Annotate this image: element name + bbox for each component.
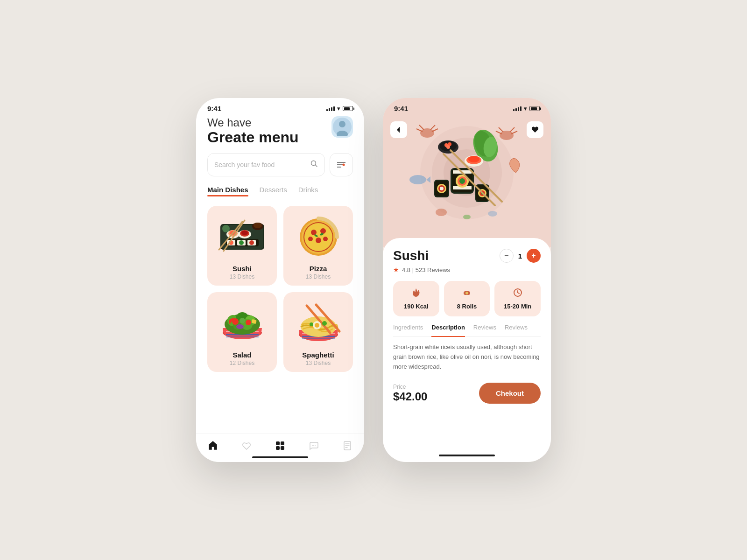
tab-ingredients[interactable]: Ingredients [393, 324, 423, 334]
detail-phone: 9:41 ▾ [383, 98, 551, 462]
svg-point-85 [500, 131, 514, 140]
svg-point-27 [254, 223, 262, 228]
nav-favorites[interactable] [241, 441, 252, 451]
quantity-control: − 1 + [500, 249, 541, 263]
home-indicator [252, 456, 308, 458]
tab-desserts[interactable]: Desserts [260, 186, 287, 196]
svg-point-23 [249, 240, 254, 245]
svg-point-16 [241, 231, 248, 235]
nav-orders[interactable] [342, 441, 352, 451]
food-card-salad[interactable]: Salad 12 Dishes [207, 292, 277, 372]
salad-dishes: 12 Dishes [230, 360, 254, 366]
pizza-image [290, 213, 346, 260]
filter-button[interactable] [330, 153, 353, 176]
svg-line-82 [419, 125, 424, 130]
svg-point-36 [308, 237, 313, 241]
checkout-button[interactable]: Chekout [479, 383, 541, 404]
food-hero-image [383, 98, 551, 247]
spaghetti-dishes: 13 Dishes [306, 360, 331, 366]
svg-point-119 [468, 156, 479, 162]
rolls-icon [462, 287, 472, 300]
svg-line-4 [316, 165, 317, 167]
flame-icon [411, 287, 421, 300]
time-value: 15-20 Min [504, 303, 531, 310]
svg-point-90 [409, 175, 426, 184]
tab-main-dishes[interactable]: Main Dishes [207, 186, 248, 196]
svg-point-28 [222, 225, 230, 232]
back-button[interactable] [390, 121, 407, 138]
svg-line-84 [430, 125, 435, 130]
svg-point-65 [310, 322, 313, 326]
info-card-calories: 190 Kcal [393, 281, 439, 316]
bottom-nav [196, 434, 364, 462]
svg-rect-69 [281, 446, 284, 450]
svg-rect-68 [276, 446, 280, 450]
signal-icon [326, 106, 335, 111]
time-2: 9:41 [394, 105, 408, 112]
search-placeholder: Search your fav food [214, 161, 306, 168]
svg-point-126 [465, 292, 468, 294]
quantity-decrease[interactable]: − [500, 249, 514, 263]
home-indicator-2 [439, 455, 495, 456]
info-card-rolls: 8 Rolls [444, 281, 490, 316]
quantity-increase[interactable]: + [527, 249, 541, 263]
nav-menu[interactable] [275, 441, 285, 451]
clock-icon [513, 287, 523, 300]
rating-value: 4.8 | 523 Reviews [402, 266, 450, 273]
nav-chat[interactable] [309, 441, 319, 451]
rating-row: ★ 4.8 | 523 Reviews [393, 266, 541, 273]
favorite-button[interactable] [527, 121, 543, 138]
svg-point-54 [236, 324, 244, 329]
svg-point-111 [440, 187, 444, 190]
salad-name: Salad [233, 351, 251, 359]
status-bar-1: 9:41 ▾ [196, 98, 364, 116]
description-text: Short-grain white riceis usually used, a… [393, 343, 541, 371]
avatar[interactable] [331, 116, 353, 138]
quantity-value: 1 [518, 252, 522, 260]
tab-drinks[interactable]: Drinks [298, 186, 318, 196]
calories-value: 190 Kcal [404, 303, 429, 310]
star-icon: ★ [393, 266, 399, 273]
category-tabs: Main Dishes Desserts Drinks [207, 186, 353, 196]
svg-point-8 [343, 164, 345, 166]
svg-point-34 [320, 228, 326, 234]
tab-reviews-1[interactable]: Reviews [473, 324, 496, 334]
battery-icon [343, 106, 353, 111]
svg-point-99 [446, 145, 450, 149]
menu-phone: 9:41 ▾ We have Greate menu [196, 98, 364, 462]
nav-home[interactable] [208, 441, 218, 451]
svg-point-1 [339, 121, 345, 127]
spaghetti-image [290, 300, 346, 346]
food-grid: Sushi 13 Dishes [207, 206, 353, 372]
svg-point-63 [315, 323, 319, 328]
svg-point-80 [420, 128, 434, 138]
svg-point-32 [304, 223, 332, 251]
spaghetti-name: Spaghetti [302, 351, 334, 359]
food-card-spaghetti[interactable]: Spaghetti 13 Dishes [283, 292, 353, 372]
search-row: Search your fav food [207, 153, 353, 176]
tab-reviews-2[interactable]: Reviews [505, 324, 528, 334]
svg-point-21 [239, 240, 244, 245]
detail-title: Sushi [393, 248, 429, 263]
svg-rect-66 [276, 441, 280, 445]
price-section: Price $42.00 [393, 384, 427, 403]
food-card-sushi[interactable]: Sushi 13 Dishes [207, 206, 277, 286]
svg-point-106 [459, 178, 465, 184]
svg-point-72 [315, 445, 316, 446]
svg-point-33 [311, 230, 317, 235]
food-card-pizza[interactable]: Pizza 13 Dishes [283, 206, 353, 286]
header-row: We have Greate menu [207, 116, 353, 146]
tab-description[interactable]: Description [431, 324, 465, 337]
svg-rect-67 [281, 441, 284, 445]
sushi-illustration [383, 98, 551, 247]
price-value: $42.00 [393, 390, 427, 403]
svg-point-71 [313, 445, 314, 446]
search-box[interactable]: Search your fav food [207, 153, 325, 176]
pizza-name: Pizza [310, 265, 327, 273]
svg-point-124 [463, 215, 471, 219]
svg-point-64 [322, 321, 327, 326]
detail-body: Sushi − 1 + ★ 4.8 | 523 Reviews [383, 238, 551, 451]
status-bar-2: 9:41 ▾ [383, 98, 551, 116]
sushi-image [214, 213, 270, 260]
price-checkout: Price $42.00 Chekout [393, 379, 541, 404]
